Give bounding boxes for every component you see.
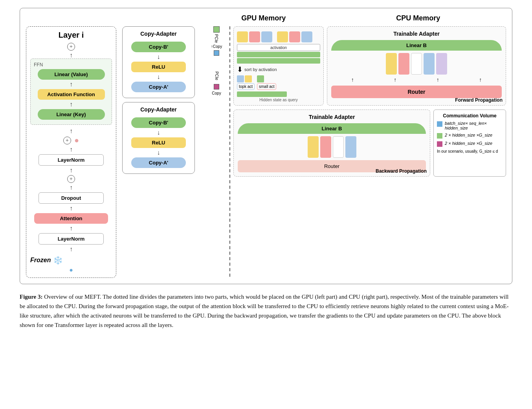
trainable-adapter-forward: Trainable Adapter Linear B	[327, 26, 506, 106]
layer-title: Layer i	[30, 31, 112, 40]
pcie-label-fwd: PCIe	[214, 34, 218, 43]
snowflake-icon: ❄️	[53, 256, 63, 265]
bwd-relu: ReLU	[131, 137, 186, 148]
legend-box: Communication Volume batch_size× seq_len…	[433, 110, 506, 177]
ta-fwd-arr4: ↑	[479, 77, 482, 83]
blue-connector: ●	[69, 267, 73, 273]
arrow-af: ↑	[34, 101, 108, 108]
ta-bwd-col2	[320, 136, 331, 158]
fwd-connectors: PCIe ↑Copy	[211, 26, 222, 56]
cb-spacer1	[273, 31, 276, 42]
legend-item-3: 2 × hidden_size ×G_size	[437, 141, 503, 147]
plus-circle-top: +	[67, 43, 75, 51]
ta-fwd-title: Trainable Adapter	[331, 31, 502, 37]
blue-square-fwd	[214, 50, 219, 56]
layernorm-top: LayerNorm	[39, 154, 104, 166]
gpu-adapters: Copy-Adapter Copy-B' ↓ ReLU ↓ Copy-A' Co…	[122, 26, 207, 174]
sort-label: sort by activation	[244, 67, 277, 72]
frozen-label: Frozen	[30, 257, 51, 264]
sort-arrow-icon: ⬇	[237, 65, 243, 74]
blue-dot: ●	[30, 267, 112, 274]
activation-label: activation	[270, 46, 287, 50]
arrow4: ↑	[30, 167, 112, 173]
cb-y1	[237, 31, 248, 42]
arrow7: ↑	[30, 225, 112, 232]
arrow6: ↑	[30, 205, 112, 212]
legend-text-4: In our scenario, usually, G_size ≤ d	[437, 149, 498, 153]
green-bar-3	[237, 91, 287, 97]
cb-y2	[277, 31, 288, 42]
layer-panel: Layer i + ↑ FFN Linear (Value) ↑ Activat…	[26, 26, 116, 278]
trainable-adapter-backward: Trainable Adapter Linear B	[233, 110, 430, 177]
legend-text-2: 2 × hidden_size ×G_size	[445, 133, 492, 137]
ta-fwd-arrows: ↑ ↑ ↑ ↑	[331, 77, 502, 83]
ta-bwd-blocks	[238, 136, 426, 158]
plus-circle-lower: +	[67, 175, 75, 183]
arrow2: ↑	[30, 128, 112, 134]
ta-fwd-blocks	[331, 53, 502, 75]
cpu-forward-panel: activation ⬇ sort by activation	[233, 26, 324, 106]
arrow3: ↑	[30, 146, 112, 153]
legend-item-1: batch_size× seq_len× hidden_size	[437, 121, 503, 130]
ta-fwd-arr2: ↑	[394, 77, 396, 83]
legend-title: Communication Volume	[437, 113, 503, 119]
main-container: GPU Memory CPU Memory Layer i + ↑ FFN Li…	[8, 8, 524, 330]
cb-b1	[261, 31, 272, 42]
backward-prop-label: Backward Propagation	[376, 168, 427, 174]
fwd-relu: ReLU	[131, 62, 186, 72]
bwd-connectors: Copy	[212, 84, 221, 95]
plus-lower: +	[30, 175, 112, 183]
legend-item-2: 2 × hidden_size ×G_size	[437, 133, 503, 139]
attention: Attention	[34, 213, 108, 224]
memory-headers: GPU Memory CPU Memory	[26, 14, 506, 22]
dropout: Dropout	[39, 192, 104, 204]
ta-fwd-col2	[398, 53, 409, 75]
pcie-label-bwd: PCIe	[215, 71, 219, 80]
ta-bwd-col1	[308, 136, 319, 158]
small-act-box: small act	[257, 75, 276, 90]
linear-b-bwd: Linear B	[238, 123, 426, 134]
green-bar-2	[237, 58, 320, 64]
legend-green-square	[437, 133, 442, 139]
frozen-row: Frozen ❄️	[30, 256, 112, 265]
legend-pink-square	[437, 141, 442, 147]
ca-forward-content: Copy-B' ↓ ReLU ↓ Copy-A'	[127, 40, 191, 94]
act-boxes-row: topk act small act	[237, 75, 320, 90]
activation-bar: activation	[237, 44, 320, 51]
copy-adapter-forward-title: Copy-Adapter	[127, 31, 191, 37]
cb-p1	[249, 31, 260, 42]
color-blocks-1	[237, 31, 320, 42]
linear-key: Linear (Key)	[38, 109, 105, 120]
arrow5: ↑	[30, 184, 112, 191]
copy-adapter-backward-title: Copy-Adapter	[127, 106, 191, 113]
ffn-box: FFN Linear (Value) ↑ Activation Function…	[30, 58, 112, 125]
backward-row: Trainable Adapter Linear B	[233, 110, 506, 177]
copy-label-bwd: Copy	[212, 91, 221, 95]
sact-cb1	[257, 75, 264, 82]
arrow8: ↑	[30, 246, 112, 252]
layernorm-bottom: LayerNorm	[39, 233, 104, 245]
gpu-memory-header: GPU Memory	[204, 14, 323, 22]
ffn-label: FFN	[34, 62, 108, 68]
bwd-copy-a: Copy-A'	[131, 157, 186, 168]
ta-bwd-title: Trainable Adapter	[238, 114, 426, 120]
figure-num: Figure 3:	[20, 294, 42, 300]
copy-adapter-backward: Copy-Adapter Copy-B' ↓ ReLU ↓ Copy-A'	[122, 102, 195, 174]
ta-fwd-arr3: ↑	[437, 77, 439, 83]
hidden-state-label: Hidden state as query	[237, 98, 320, 102]
small-act-label: small act	[257, 83, 276, 90]
linear-b-fwd: Linear B	[331, 40, 502, 51]
forward-prop-label: Forward Propagation	[455, 97, 503, 103]
fwd-copy-a: Copy-A'	[131, 82, 186, 92]
diagram-content: Layer i + ↑ FFN Linear (Value) ↑ Activat…	[26, 26, 506, 278]
vertical-divider	[229, 26, 230, 278]
green-bar-1	[237, 52, 320, 57]
router-fwd: Router	[331, 86, 502, 98]
ta-bwd-col3	[333, 136, 344, 158]
copy-adapter-forward: Copy-Adapter Copy-B' ↓ ReLU ↓ Copy-A'	[122, 26, 195, 98]
fwd-copy-b: Copy-B'	[131, 42, 186, 52]
ta-bwd-col4	[345, 136, 356, 158]
ta-fwd-col5	[436, 53, 447, 75]
ta-fwd-col1	[386, 53, 397, 75]
diagram-area: GPU Memory CPU Memory Layer i + ↑ FFN Li…	[20, 8, 512, 284]
